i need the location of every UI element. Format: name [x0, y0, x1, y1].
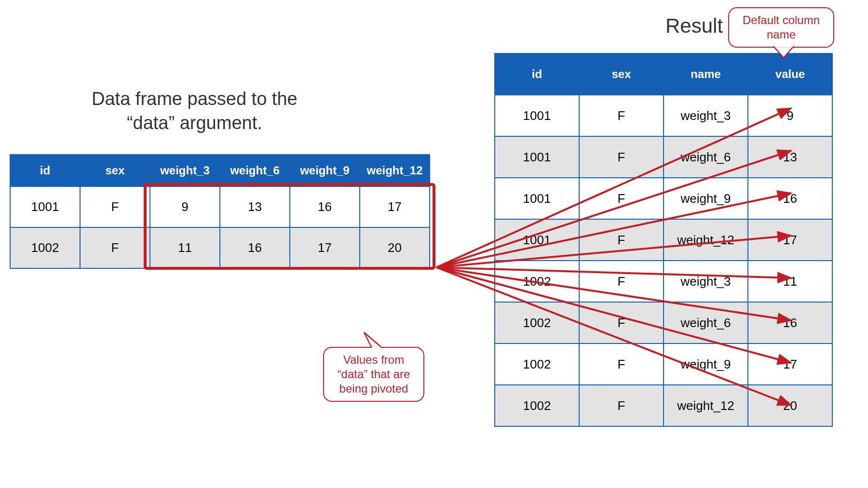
table-row: 1002 F weight_6 16: [495, 302, 832, 343]
table-row: 1002 F weight_3 11: [495, 261, 832, 302]
cell: 13: [220, 186, 290, 227]
cell: F: [579, 302, 664, 343]
cell: 1002: [495, 261, 579, 302]
cell: 17: [748, 219, 832, 261]
cell: 11: [748, 261, 832, 302]
cell: 1002: [10, 227, 80, 268]
result-header-id: id: [495, 53, 579, 95]
cell: 11: [150, 227, 220, 268]
cell: 20: [360, 227, 430, 268]
cell: 13: [748, 136, 832, 178]
table-row: 1001 F 9 13 16 17: [10, 186, 430, 227]
cell: 1001: [10, 186, 80, 227]
cell: F: [579, 219, 664, 261]
table-row: 1002 F weight_12 20: [495, 385, 832, 426]
source-header-id: id: [10, 155, 80, 186]
cell: 16: [748, 302, 832, 343]
cell: 16: [748, 178, 832, 219]
cell: weight_6: [664, 302, 748, 343]
cell: F: [80, 227, 150, 268]
left-caption: Data frame passed to the “data” argument…: [92, 87, 298, 135]
source-table: id sex weight_3 weight_6 weight_9 weight…: [10, 154, 430, 269]
cell: F: [579, 385, 664, 426]
cell: 17: [290, 227, 360, 268]
cell: 1001: [495, 136, 579, 178]
table-row: 1001 F weight_3 9: [495, 95, 832, 136]
table-row: 1001 F weight_12 17: [495, 219, 832, 261]
left-caption-line2: “data” argument.: [127, 113, 262, 133]
cell: weight_3: [664, 261, 748, 302]
table-row: 1001 F weight_9 16: [495, 178, 832, 219]
source-header-weight3: weight_3: [150, 155, 220, 186]
table-row: 1002 F weight_9 17: [495, 343, 832, 385]
cell: 1001: [495, 178, 579, 219]
bottom-callout-line3: being pivoted: [339, 382, 408, 395]
result-header-value: value: [748, 53, 832, 95]
table-row: 1002 F 11 16 17 20: [10, 227, 430, 268]
source-header-weight9: weight_9: [290, 155, 360, 186]
cell: 17: [360, 186, 430, 227]
cell: F: [579, 178, 664, 219]
bottom-callout-line2: “data” that are: [338, 368, 410, 381]
source-header-weight6: weight_6: [220, 155, 290, 186]
cell: 9: [748, 95, 832, 136]
cell: weight_9: [664, 343, 748, 385]
right-caption-text: Result: [665, 14, 723, 37]
top-callout-line1: Default column: [743, 13, 820, 26]
cell: weight_12: [664, 385, 748, 426]
cell: F: [579, 343, 664, 385]
cell: 1002: [495, 343, 579, 385]
cell: weight_9: [664, 178, 748, 219]
table-row: 1001 F weight_6 13: [495, 136, 832, 178]
result-header-sex: sex: [579, 53, 664, 95]
top-callout-line2: name: [767, 28, 796, 41]
cell: weight_12: [664, 219, 748, 261]
cell: F: [579, 261, 664, 302]
left-caption-line1: Data frame passed to the: [92, 89, 298, 109]
cell: 9: [150, 186, 220, 227]
top-callout: Default column name: [728, 7, 834, 48]
cell: weight_6: [664, 136, 748, 178]
cell: 16: [220, 227, 290, 268]
source-header-sex: sex: [80, 155, 150, 186]
right-caption: Result: [665, 14, 723, 38]
result-header-name: name: [664, 53, 748, 95]
result-table: id sex name value 1001 F weight_3 9 1001…: [494, 53, 833, 427]
cell: 1001: [495, 219, 579, 261]
source-header-weight12: weight_12: [360, 155, 430, 186]
cell: 1002: [495, 302, 579, 343]
cell: 1001: [495, 95, 579, 136]
cell: weight_3: [664, 95, 748, 136]
cell: 20: [748, 385, 832, 426]
cell: F: [579, 95, 664, 136]
cell: 1002: [495, 385, 579, 426]
bottom-callout-line1: Values from: [343, 353, 404, 366]
cell: 17: [748, 343, 832, 385]
cell: 16: [290, 186, 360, 227]
bottom-callout: Values from “data” that are being pivote…: [323, 347, 424, 402]
cell: F: [579, 136, 664, 178]
cell: F: [80, 186, 150, 227]
